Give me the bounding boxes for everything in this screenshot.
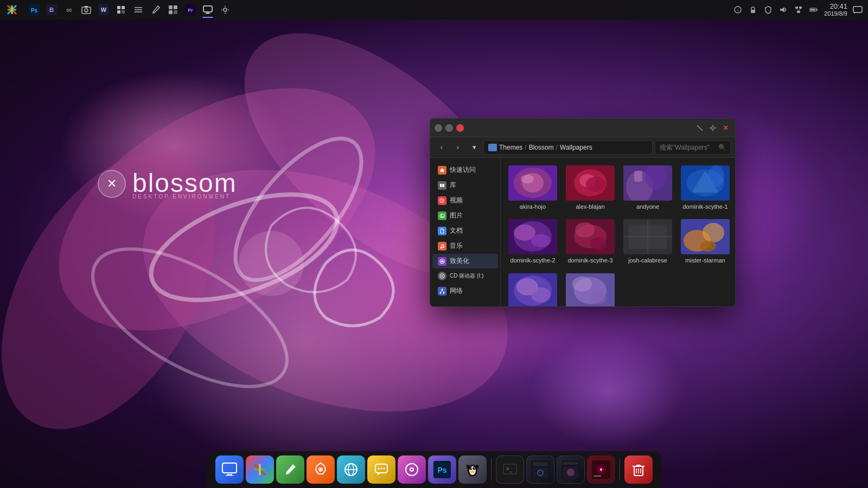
fm-crumb-blossom[interactable]: Blossom (529, 144, 554, 151)
panel-gear-icon[interactable] (219, 4, 231, 16)
file-item-dominik-scythe-3[interactable]: dominik-scythe-3 (564, 217, 617, 266)
sidebar-item-beauty[interactable]: 致美化 (432, 254, 498, 268)
svg-point-160 (600, 468, 602, 471)
fm-crumb-themes[interactable]: Themes (499, 144, 522, 151)
svg-point-112 (531, 287, 551, 303)
fm-minimize-button[interactable] (435, 124, 442, 132)
svg-rect-43 (795, 7, 798, 9)
svg-rect-151 (533, 468, 548, 478)
video-icon (438, 196, 446, 205)
fm-crumb-wallpapers[interactable]: Wallpapers (560, 144, 592, 151)
clock-date: 2019/8/9 (824, 10, 847, 17)
dock-window-thumb-2[interactable] (557, 455, 585, 484)
file-item-simone-dalmeri[interactable]: simone-dalmeri (506, 271, 559, 306)
sidebar-item-music[interactable]: 音乐 (432, 239, 498, 253)
file-item-josh-calabrese[interactable]: josh-calabrese (621, 217, 674, 266)
svg-rect-25 (122, 10, 125, 14)
panel-notification-icon[interactable]: i (732, 4, 744, 16)
fm-sidebar: 快速访问 库 视频 图片 (430, 158, 501, 306)
panel-w-icon[interactable]: W (98, 4, 110, 16)
panel-battery-icon[interactable] (808, 4, 820, 16)
dock-chat-app[interactable] (367, 455, 395, 484)
svg-rect-30 (174, 5, 177, 9)
panel-square-icon[interactable] (115, 4, 127, 16)
panel-monitor-icon[interactable] (202, 4, 214, 16)
svg-point-53 (712, 126, 714, 129)
panel-lock-icon[interactable] (747, 4, 759, 16)
file-label-dominik-scythe-1: dominik-scythe-1 (682, 203, 727, 210)
svg-rect-31 (169, 10, 173, 14)
image-icon (438, 211, 446, 220)
dock-settings-app[interactable] (246, 455, 274, 484)
panel-message-icon[interactable] (852, 4, 864, 16)
panel-inf-icon[interactable]: ∞ (63, 4, 75, 16)
fm-maximize-button[interactable] (445, 124, 453, 132)
dock-music-thumb[interactable] (587, 455, 615, 484)
sidebar-item-library[interactable]: 库 (432, 178, 498, 192)
panel-ps-icon[interactable]: Ps (28, 4, 40, 16)
svg-point-107 (703, 223, 724, 242)
sidebar-item-quickaccess[interactable]: 快速访问 (432, 163, 498, 177)
file-label-mister-starman: mister-starman (685, 256, 725, 264)
panel-network-icon[interactable] (793, 4, 805, 16)
svg-point-92 (708, 165, 724, 187)
panel-camera-icon[interactable] (80, 4, 92, 16)
dock-photoshop-app[interactable]: Ps (428, 455, 456, 484)
svg-point-0 (18, 38, 416, 381)
file-thumb-dominik-scythe-2 (508, 219, 557, 254)
fm-crumb-sep2: / (556, 144, 558, 151)
file-item-akira-hojo[interactable]: akira-hojo (506, 163, 559, 213)
fm-titlebar-slash-icon[interactable] (695, 123, 705, 133)
file-item-andyone[interactable]: andyone (621, 163, 674, 213)
file-item-alex-blajan[interactable]: alex-blajan (564, 163, 617, 213)
dock-divider-2 (620, 459, 620, 480)
fm-toolbar: ‹ › ▾ Themes / Blossom / Wallpapers 🔍 (430, 137, 735, 158)
file-item-mister-starman[interactable]: mister-starman (679, 217, 732, 266)
sidebar-label-video: 视频 (450, 196, 463, 205)
fm-dropdown-button[interactable]: ▾ (467, 140, 481, 155)
sidebar-item-image[interactable]: 图片 (432, 208, 498, 223)
dock-plasma-app[interactable] (307, 455, 335, 484)
file-item-siora-photography[interactable]: siora-photography (564, 271, 617, 306)
dock-trash-app[interactable] (624, 455, 653, 484)
sidebar-item-network[interactable]: 网络 (432, 284, 498, 298)
fm-search-input[interactable] (655, 140, 731, 155)
file-item-dominik-scythe-1[interactable]: dominik-scythe-1 (679, 163, 732, 213)
fm-close-button[interactable] (456, 124, 464, 132)
file-manager-window: × ‹ › ▾ Themes / Blossom / Wallpapers 🔍 (430, 118, 736, 307)
sidebar-item-cd[interactable]: CD 驱动器 (I:) (432, 269, 498, 283)
panel-shield-icon[interactable] (762, 4, 774, 16)
panel-pr-icon[interactable]: Pr (184, 4, 196, 16)
library-icon (438, 181, 446, 190)
fm-forward-button[interactable]: › (451, 140, 465, 155)
panel-grid-icon[interactable] (167, 4, 179, 16)
dock-window-thumb-1[interactable] (526, 455, 554, 484)
dock-editor-app[interactable] (276, 455, 304, 484)
svg-rect-41 (751, 10, 755, 13)
sidebar-item-video[interactable]: 视频 (432, 193, 498, 208)
sidebar-item-doc[interactable]: 文档 (432, 223, 498, 238)
svg-rect-49 (810, 9, 815, 11)
dock-tencent-app[interactable] (458, 455, 487, 484)
dock-music-app[interactable] (398, 455, 426, 484)
fm-crumb-sep1: / (525, 144, 526, 151)
panel-right: i 20:41 2019/8/9 (732, 2, 864, 18)
svg-point-66 (441, 247, 442, 248)
logo-name: blossom (132, 168, 237, 198)
file-item-dominik-scythe-2[interactable]: dominik-scythe-2 (506, 217, 559, 266)
panel-b-icon[interactable]: B (46, 4, 58, 16)
music-icon (438, 242, 446, 251)
dock-browser-app[interactable] (337, 455, 365, 484)
sidebar-label-network: 网络 (450, 286, 463, 296)
fm-titlebar-close-icon[interactable]: × (721, 123, 731, 133)
panel-volume-icon[interactable] (777, 4, 789, 16)
fm-back-button[interactable]: ‹ (435, 140, 449, 155)
dock-terminal-app[interactable]: >_ (496, 455, 524, 484)
panel-lines-icon[interactable] (132, 4, 144, 16)
dock-display-app[interactable] (215, 455, 244, 484)
svg-point-71 (442, 275, 443, 277)
panel-pen-icon[interactable] (150, 4, 162, 16)
fm-titlebar-gear-icon[interactable] (708, 123, 718, 133)
svg-marker-58 (440, 168, 445, 172)
panel-logo[interactable] (4, 2, 20, 17)
